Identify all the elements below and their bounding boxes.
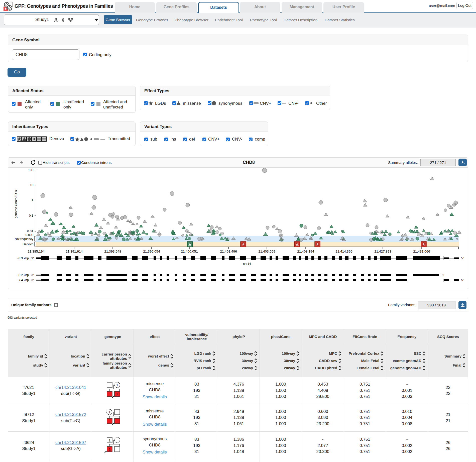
svg-text:genome GnomAD %: genome GnomAD % [14, 190, 18, 218]
svg-text:Denovo: Denovo [23, 243, 33, 246]
svg-text:21,395,054: 21,395,054 [143, 250, 160, 253]
svg-text:21,414,365: 21,414,365 [335, 250, 352, 253]
svg-text:21,385,194: 21,385,194 [28, 250, 45, 253]
svg-text:1: 1 [108, 410, 110, 414]
svg-text:1: 1 [116, 392, 118, 396]
svg-text:1: 1 [109, 447, 111, 451]
svg-text:10: 10 [30, 183, 33, 187]
svg-text:5': 5' [461, 278, 463, 282]
svg-text:~8.3 kbp: ~8.3 kbp [17, 257, 29, 260]
svg-text:0.1: 0.1 [29, 214, 33, 217]
svg-text:0.000: 0.000 [26, 233, 33, 237]
svg-text:21,393,548: 21,393,548 [104, 250, 121, 253]
svg-text:3': 3' [31, 278, 34, 282]
svg-text:3': 3' [31, 257, 34, 260]
svg-text:21,401,496: 21,401,496 [220, 250, 237, 253]
svg-text:21,431,066: 21,431,066 [413, 250, 430, 253]
svg-text:21,391,614: 21,391,614 [66, 250, 83, 253]
svg-text:5': 5' [442, 273, 444, 277]
svg-text:21,427,893: 21,427,893 [374, 250, 391, 253]
svg-text:21,403,559: 21,403,559 [258, 250, 275, 253]
svg-text:21,408,194: 21,408,194 [297, 250, 314, 253]
svg-text:0.01: 0.01 [27, 229, 33, 233]
svg-text:5': 5' [461, 257, 463, 260]
svg-text:1: 1 [109, 438, 111, 442]
svg-text:1: 1 [32, 198, 33, 202]
svg-text:100: 100 [28, 168, 33, 172]
svg-text:1: 1 [116, 383, 118, 387]
svg-text:21,400,051: 21,400,051 [181, 250, 198, 253]
svg-text:3': 3' [31, 273, 34, 277]
svg-text:~8.2 kbp: ~8.2 kbp [17, 273, 29, 277]
svg-text:No frequency: No frequency [15, 237, 34, 241]
svg-text:chr14: chr14 [243, 262, 251, 266]
svg-text:~7.4 kbp: ~7.4 kbp [17, 278, 29, 282]
